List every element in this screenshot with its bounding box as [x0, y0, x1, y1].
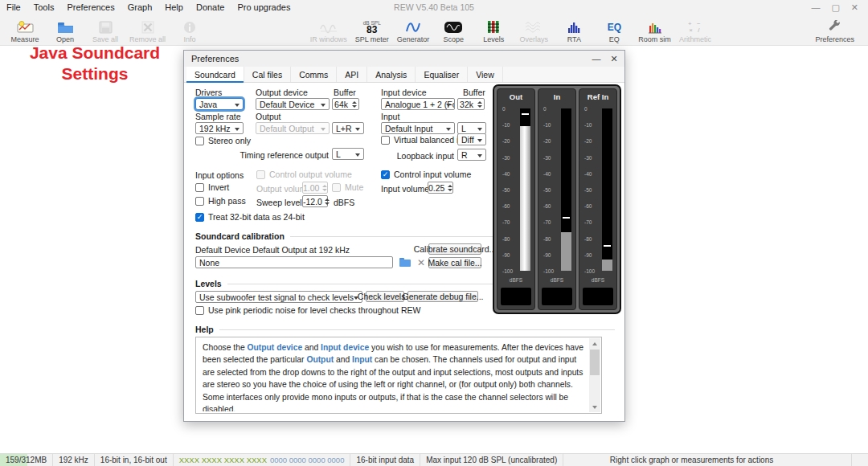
- invert-checkbox[interactable]: Invert: [195, 182, 229, 192]
- info-label: Info: [184, 35, 196, 43]
- help-link[interactable]: Input device: [321, 343, 369, 352]
- stereo-only-checkbox[interactable]: Stereo only: [195, 136, 251, 145]
- status-max-input: Max input 120 dB SPL (uncalibrated): [420, 454, 563, 466]
- room-sim-button[interactable]: Room sim: [634, 15, 675, 44]
- make-cal-file-button[interactable]: Make cal file...: [428, 257, 481, 268]
- status-bar: 159/312MB 192 kHz 16-bit in, 16-bit out …: [0, 453, 868, 466]
- dialog-title-bar[interactable]: Preferences: [184, 51, 624, 67]
- sample-rate-select[interactable]: 192 kHz: [195, 122, 244, 134]
- save-all-icon: [99, 19, 113, 35]
- pink-noise-checkbox[interactable]: Use pink periodic noise for level checks…: [195, 305, 420, 315]
- status-input-data: 16-bit input data: [350, 454, 420, 466]
- measure-button[interactable]: Measure: [5, 15, 45, 44]
- menu-help[interactable]: Help: [158, 0, 190, 14]
- generator-button[interactable]: Generator: [393, 15, 434, 44]
- window-maximize-button[interactable]: ▢: [831, 0, 839, 14]
- arithmetic-button[interactable]: + − × / Arithmetic: [675, 15, 715, 44]
- overlays-button[interactable]: Overlays: [514, 15, 554, 44]
- control-input-volume-checkbox[interactable]: Control input volume: [381, 170, 471, 179]
- scope-button[interactable]: Scope: [433, 15, 473, 44]
- rta-button[interactable]: RTA: [554, 15, 594, 44]
- dialog-minimize-button[interactable]: —: [588, 51, 605, 67]
- menu-donate[interactable]: Donate: [190, 0, 231, 14]
- sweep-level-units: dBFS: [334, 198, 354, 207]
- tab-cal-files[interactable]: Cal files: [244, 67, 291, 82]
- sample-rate-label: Sample rate: [195, 112, 241, 121]
- tab-comms[interactable]: Comms: [291, 67, 337, 82]
- output-select[interactable]: Default Output: [256, 122, 330, 134]
- control-output-volume-checkbox[interactable]: Control output volume: [256, 170, 352, 179]
- input-buffer-spinner[interactable]: 32k: [457, 98, 485, 110]
- input-label: Input: [381, 112, 399, 121]
- calibrate-soundcard-button[interactable]: Calibrate soundcard...: [428, 243, 481, 255]
- help-header: Help: [195, 325, 615, 334]
- help-link[interactable]: Input: [352, 355, 372, 364]
- tab-api[interactable]: API: [337, 67, 367, 82]
- generate-debug-file-button[interactable]: Generate debug file...: [407, 291, 478, 302]
- memory-usage: 159/312MB: [0, 454, 53, 466]
- open-folder-icon: [57, 19, 74, 35]
- generator-label: Generator: [397, 35, 430, 43]
- tab-soundcard[interactable]: Soundcard: [186, 67, 244, 82]
- help-link[interactable]: Output device: [248, 343, 303, 352]
- menu-file[interactable]: File: [0, 0, 27, 14]
- menu-tools[interactable]: Tools: [27, 0, 61, 14]
- ir-windows-icon: [319, 19, 338, 35]
- window-close-button[interactable]: ✕: [851, 0, 858, 14]
- virtual-balanced-mode-select[interactable]: Diff: [457, 133, 486, 145]
- tab-equaliser[interactable]: Equaliser: [416, 67, 468, 82]
- preferences-button[interactable]: Preferences: [811, 15, 858, 44]
- scroll-down-icon[interactable]: [589, 402, 600, 412]
- eq-button[interactable]: EQ EQ: [594, 15, 634, 44]
- menu-preferences[interactable]: Preferences: [60, 0, 121, 14]
- input-channel-select[interactable]: L: [457, 122, 486, 134]
- menu-graph[interactable]: Graph: [121, 0, 159, 14]
- input-select[interactable]: Default Input: [381, 122, 455, 134]
- browse-folder-icon[interactable]: [398, 256, 412, 269]
- overlays-icon: [524, 19, 543, 35]
- help-scrollbar[interactable]: [589, 338, 600, 412]
- eq-icon: EQ: [608, 19, 621, 35]
- status-hint: Right click graph or measurements for ac…: [604, 454, 779, 466]
- input-volume-spinner[interactable]: 0.25: [428, 182, 453, 194]
- drivers-select[interactable]: Java: [195, 98, 244, 110]
- spl-meter-button[interactable]: dB SPL 83 SPL meter: [351, 15, 393, 44]
- window-minimize-button[interactable]: —: [811, 0, 820, 14]
- output-label: Output: [256, 112, 281, 121]
- save-all-button[interactable]: Save all: [85, 15, 125, 44]
- open-button[interactable]: Open: [45, 15, 85, 44]
- remove-all-button[interactable]: Remove all: [125, 15, 170, 44]
- info-button[interactable]: Info: [170, 15, 210, 44]
- levels-button[interactable]: Levels: [473, 15, 514, 44]
- loopback-input-select[interactable]: R: [457, 149, 486, 161]
- treat-32bit-checkbox[interactable]: Treat 32-bit data as 24-bit: [195, 212, 305, 222]
- dialog-close-button[interactable]: ✕: [605, 51, 623, 67]
- sweep-level-spinner[interactable]: -12.0: [302, 195, 328, 207]
- ir-windows-button[interactable]: IR windows: [306, 15, 351, 44]
- output-channel-select[interactable]: L+R: [332, 122, 364, 134]
- tab-analysis[interactable]: Analysis: [367, 67, 416, 82]
- help-link[interactable]: Output: [306, 355, 334, 364]
- output-device-select[interactable]: Default Device: [256, 98, 330, 110]
- spl-meter-value: 83: [366, 26, 377, 35]
- scope-label: Scope: [444, 35, 465, 43]
- tab-view[interactable]: View: [468, 67, 503, 82]
- input-device-select[interactable]: Analogue 1 + 2 (Focusr...: [381, 98, 455, 110]
- spl-meter-icon: dB SPL 83: [363, 19, 381, 35]
- scroll-up-icon[interactable]: [589, 338, 600, 349]
- scroll-thumb[interactable]: [590, 350, 600, 375]
- output-buffer-spinner[interactable]: 64k: [332, 98, 359, 110]
- timing-reference-select[interactable]: L: [332, 148, 364, 160]
- level-meters-panel: Out 0-10-20-30-40-50-60-70-80-90-100 dBF…: [493, 84, 621, 314]
- high-pass-checkbox[interactable]: High pass: [195, 196, 246, 206]
- check-levels-button[interactable]: Check levels...: [366, 291, 404, 302]
- clear-cal-file-icon[interactable]: ✕: [416, 256, 427, 269]
- menu-pro-upgrades[interactable]: Pro upgrades: [231, 0, 297, 14]
- input-volume-label: Input volume:: [381, 184, 432, 194]
- output-volume-spinner[interactable]: 1.00: [302, 182, 328, 194]
- dialog-tabs: Soundcard Cal files Comms API Analysis E…: [184, 67, 624, 83]
- level-check-signal-select[interactable]: Use subwoofer test signal to check level…: [195, 291, 362, 303]
- cal-file-field[interactable]: None: [195, 256, 393, 268]
- meter-in: In 0-10-20-30-40-50-60-70-80-90-100 dBFS: [538, 88, 576, 310]
- mute-checkbox[interactable]: Mute: [332, 182, 363, 192]
